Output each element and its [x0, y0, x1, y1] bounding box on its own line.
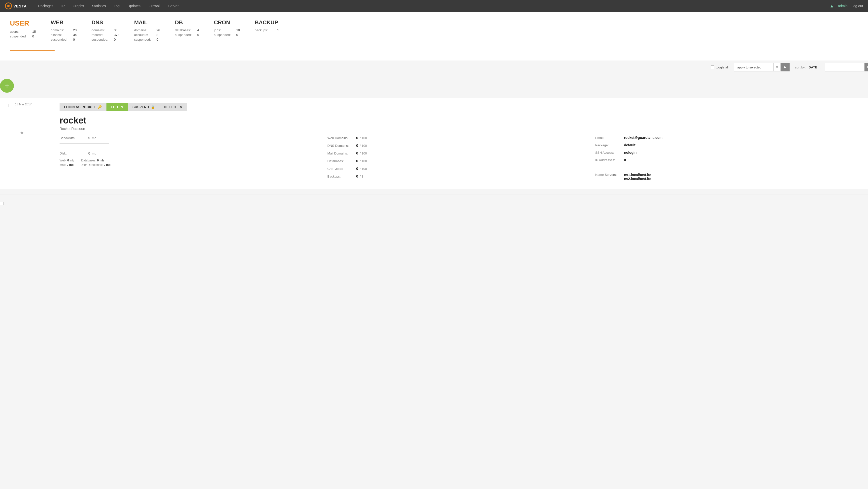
- nav-server[interactable]: Server: [164, 0, 182, 12]
- mail-domains-stat-label: Mail Domains:: [327, 152, 354, 155]
- cron-stats-table: jobs: 10 suspended: 0: [214, 28, 240, 37]
- ip-stat-label: IP Addresses:: [595, 158, 623, 162]
- search-input[interactable]: [825, 63, 865, 71]
- sort-direction-icon: ↓: [820, 65, 822, 69]
- email-stat-label: Email:: [595, 136, 623, 140]
- ssh-stat-label: SSH Access:: [595, 151, 623, 155]
- user-suspended-label: suspended:: [10, 34, 30, 38]
- web-aliases-label: aliases:: [51, 33, 70, 37]
- db-title: DB: [175, 19, 199, 26]
- delete-button[interactable]: DELETE ✕: [160, 103, 187, 111]
- databases2-stat-label: Databases:: [327, 159, 354, 163]
- user-info-main: rocket Rocket Raccoon Bandwidth 0 mb: [60, 115, 863, 184]
- email-stat-value: rocket@guardians.com: [624, 136, 662, 140]
- user-card-checkbox[interactable]: [5, 104, 8, 107]
- dns-records-value: 373: [114, 33, 119, 37]
- ssh-stat-value: nologin: [624, 151, 637, 155]
- nav-firewall[interactable]: Firewall: [145, 0, 164, 12]
- mail-domains-label: domains:: [134, 28, 154, 32]
- dns-domains-stat: DNS Domains: 0 / 100: [327, 143, 595, 148]
- db-databases-label: databases:: [175, 28, 195, 32]
- databases2-stat: Databases: 0 / 100: [327, 159, 595, 163]
- navbar: VESTA Packages IP Graphs Statistics Log …: [0, 0, 868, 12]
- ssh-stat: SSH Access: nologin: [595, 151, 863, 155]
- sort-by-value[interactable]: DATE: [809, 65, 817, 69]
- apply-to-selected-select[interactable]: apply to selected: [734, 63, 774, 71]
- db-suspended-value: 0: [197, 33, 199, 37]
- notification-icon[interactable]: ▲: [830, 3, 834, 9]
- user-suspended-value: 0: [32, 34, 34, 38]
- web-disk-stat: Web: 0 mb: [60, 159, 74, 162]
- logout-button[interactable]: Log out: [851, 4, 863, 8]
- nav-graphs[interactable]: Graphs: [69, 0, 88, 12]
- login-as-rocket-button[interactable]: LOGIN AS ROCKET 🔑: [60, 103, 106, 111]
- user-card-date: 18 Mar 2017: [15, 103, 32, 106]
- nav-right: ▲ admin Log out: [830, 3, 863, 9]
- users-label: users:: [10, 30, 30, 33]
- db-stats: DB databases: 4 suspended: 0: [175, 19, 199, 38]
- logo-icon: [5, 2, 12, 9]
- ns-stat: Name Servers: ns1.localhost.ltd ns2.loca…: [595, 173, 863, 181]
- mail-accounts-value: 8: [157, 33, 158, 37]
- dns-stats: DNS domains: 36 records: 373 suspended: …: [92, 19, 119, 42]
- username: rocket: [60, 115, 863, 126]
- ns-stat-label: Name Servers:: [595, 173, 623, 176]
- package-stat-value: default: [624, 143, 636, 147]
- email-stat: Email: rocket@guardians.com: [595, 136, 863, 140]
- toolbar: toggle all apply to selected ▼ ► sort by…: [0, 61, 868, 74]
- nav-log[interactable]: Log: [110, 0, 124, 12]
- cron-suspended-label: suspended:: [214, 33, 234, 37]
- search-wrap: [825, 63, 868, 71]
- apply-select-wrap: apply to selected ▼ ►: [734, 63, 789, 71]
- web-disk-label: Web:: [60, 159, 66, 162]
- web-suspended-label: suspended:: [51, 38, 70, 41]
- sort-by-label: sort by:: [795, 65, 806, 69]
- dns-stats-table: domains: 36 records: 373 suspended: 0: [92, 28, 119, 41]
- star-icon[interactable]: ★: [20, 130, 24, 135]
- disk-stat: Disk: 0 mb: [60, 151, 327, 155]
- bottom-checkbox[interactable]: [0, 202, 3, 205]
- mail-title: MAIL: [134, 19, 160, 26]
- user-title: USER: [10, 19, 36, 27]
- mail-stats: MAIL domains: 26 accounts: 8 suspended: …: [134, 19, 160, 42]
- backup-stats: BACKUP backups: 1: [255, 19, 279, 33]
- main-content: USER users: 15 suspended: 0 WEB domains:…: [0, 12, 868, 61]
- dns-domains-stat-value: 0: [356, 143, 358, 148]
- key-icon: 🔑: [98, 105, 102, 109]
- mail-stats-table: domains: 26 accounts: 8 suspended: 0: [134, 28, 160, 41]
- user-stats-table: users: 15 suspended: 0: [10, 30, 36, 38]
- cron-jobs-value: 10: [236, 28, 240, 32]
- dns-records-label: records:: [92, 33, 112, 37]
- admin-link[interactable]: admin: [838, 4, 847, 8]
- backup-stats-table: backups: 1: [255, 28, 279, 32]
- dns-suspended-value: 0: [114, 38, 116, 41]
- action-bar: LOGIN AS ROCKET 🔑 EDIT ✎ SUSPEND 🔒 DELET…: [60, 103, 863, 111]
- ip-stat-value: 0: [624, 158, 626, 162]
- search-button[interactable]: [865, 63, 868, 71]
- nav-updates[interactable]: Updates: [124, 0, 145, 12]
- stat-col-3: Email: rocket@guardians.com Package: def…: [595, 136, 863, 184]
- mail-domains-value: 26: [157, 28, 160, 32]
- toggle-all-checkbox[interactable]: [711, 65, 714, 69]
- cron-jobs-stat-value: 0: [356, 166, 358, 171]
- disk-value: 0: [88, 151, 90, 155]
- nav-packages[interactable]: Packages: [34, 0, 57, 12]
- nav-statistics[interactable]: Statistics: [88, 0, 110, 12]
- cron-jobs-stat: Cron Jobs: 0 / 100: [327, 166, 595, 171]
- mail-disk-label: Mail:: [60, 163, 66, 167]
- bandwidth-unit: mb: [92, 136, 96, 140]
- add-user-button[interactable]: +: [0, 79, 14, 93]
- backups-stat: Backups: 0 / 3: [327, 174, 595, 178]
- web-suspended-value: 0: [73, 38, 75, 41]
- nav-ip[interactable]: IP: [57, 0, 68, 12]
- suspend-button[interactable]: SUSPEND 🔒: [128, 103, 160, 111]
- package-stat-label: Package:: [595, 143, 623, 147]
- apply-go-button[interactable]: ►: [781, 63, 789, 71]
- web-disk-value: 0 mb: [67, 159, 74, 162]
- disk-unit: mb: [92, 152, 96, 155]
- mail-domains-stat: Mail Domains: 0 / 100: [327, 151, 595, 155]
- db-databases-value: 4: [197, 28, 199, 32]
- mail-disk-stat: Mail: 0 mb: [60, 163, 74, 167]
- mail-domains-stat-value: 0: [356, 151, 358, 155]
- edit-button[interactable]: EDIT ✎: [106, 103, 128, 111]
